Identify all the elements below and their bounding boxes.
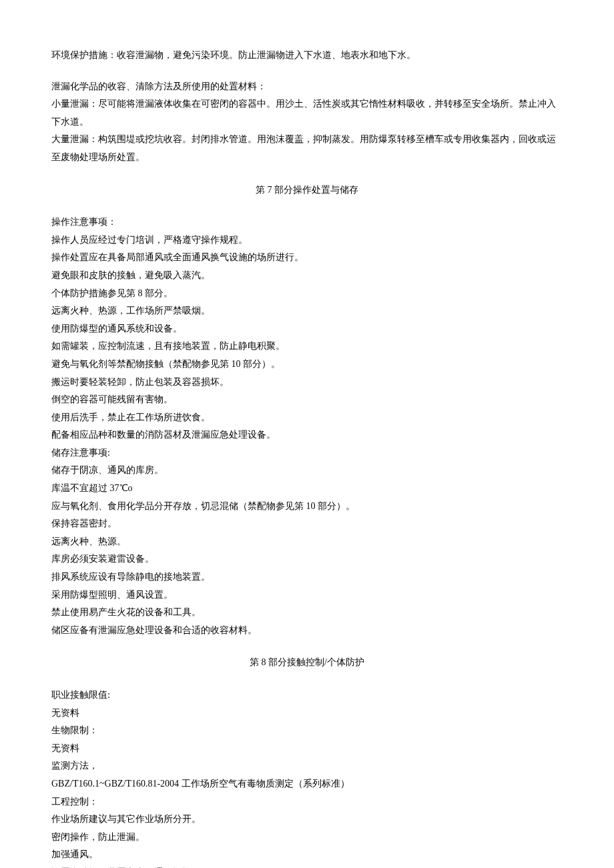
handling-item: 操作处置应在具备局部通风或全面通风换气设施的场所进行。: [51, 249, 563, 267]
handling-item: 避免与氧化剂等禁配物接触（禁配物参见第 10 部分）。: [51, 356, 563, 374]
occ-limit-header: 职业接触限值:: [51, 687, 563, 705]
handling-item: 个体防护措施参见第 8 部分。: [51, 285, 563, 303]
storage-item: 远离火种、热源。: [51, 533, 563, 551]
handling-item: 如需罐装，应控制流速，且有接地装置，防止静电积聚。: [51, 338, 563, 356]
handling-item: 操作人员应经过专门培训，严格遵守操作规程。: [51, 232, 563, 250]
eng-control-item: 设置自动报警装置和事故通风设施。: [51, 864, 563, 868]
storage-item: 库温不宜超过 37℃o: [51, 480, 563, 498]
handling-item: 使用防爆型的通风系统和设备。: [51, 320, 563, 338]
large-spill-text: 大量泄漏：构筑围堤或挖坑收容。封闭排水管道。用泡沫覆盖，抑制蒸发。用防爆泵转移至…: [51, 131, 563, 166]
monitor-text: GBZ/T160.1~GBZ/T160.81-2004 工作场所空气有毒物质测定…: [51, 775, 563, 793]
storage-item: 排风系统应设有导除静电的接地装置。: [51, 568, 563, 586]
handling-header: 操作注意事项：: [51, 213, 563, 232]
eng-control-header: 工程控制：: [51, 793, 563, 811]
eng-control-item: 加强通风。: [51, 846, 563, 864]
occ-limit-text: 无资料: [51, 705, 563, 723]
storage-item: 保持容器密封。: [51, 515, 563, 533]
small-spill-text: 小量泄漏：尽可能将泄漏液体收集在可密闭的容器中。用沙土、活性炭或其它惰性材料吸收…: [51, 95, 563, 131]
handling-item: 使用后洗手，禁止在工作场所进饮食。: [51, 409, 563, 427]
storage-header: 储存注意事项:: [51, 444, 563, 462]
bio-limit-header: 生物限制：: [51, 722, 563, 740]
storage-item: 库房必须安装避雷设备。: [51, 550, 563, 568]
storage-item: 禁止使用易产生火花的设备和工具。: [51, 604, 563, 622]
spill-header: 泄漏化学品的收容、清除方法及所使用的处置材料：: [51, 78, 563, 96]
bio-limit-text: 无资料: [51, 740, 563, 758]
eng-control-item: 作业场所建议与其它作业场所分开。: [51, 811, 563, 829]
storage-item: 储区应备有泄漏应急处理设备和合适的收容材料。: [51, 622, 563, 640]
storage-item: 采用防爆型照明、通风设置。: [51, 586, 563, 604]
handling-item: 配备相应品种和数量的消防器材及泄漏应急处理设备。: [51, 426, 563, 444]
handling-item: 避免眼和皮肤的接触，避免吸入蒸汽。: [51, 267, 563, 285]
env-protection-text: 环境保护措施：收容泄漏物，避免污染环境。防止泄漏物进入下水道、地表水和地下水。: [51, 47, 563, 65]
storage-item: 应与氧化剂、食用化学品分开存放，切忌混储（禁配物参见第 10 部分）。: [51, 498, 563, 516]
storage-item: 储存于阴凉、通风的库房。: [51, 462, 563, 480]
handling-item: 搬运时要轻装轻卸，防止包装及容器损坏。: [51, 374, 563, 392]
eng-control-item: 密闭操作，防止泄漏。: [51, 829, 563, 847]
section8-title: 第 8 部分接触控制/个体防护: [51, 654, 563, 672]
handling-item: 倒空的容器可能残留有害物。: [51, 391, 563, 409]
handling-item: 远离火种、热源，工作场所严禁吸烟。: [51, 302, 563, 320]
section7-title: 第 7 部分操作处置与储存: [51, 181, 563, 199]
monitor-header: 监测方法，: [51, 757, 563, 775]
